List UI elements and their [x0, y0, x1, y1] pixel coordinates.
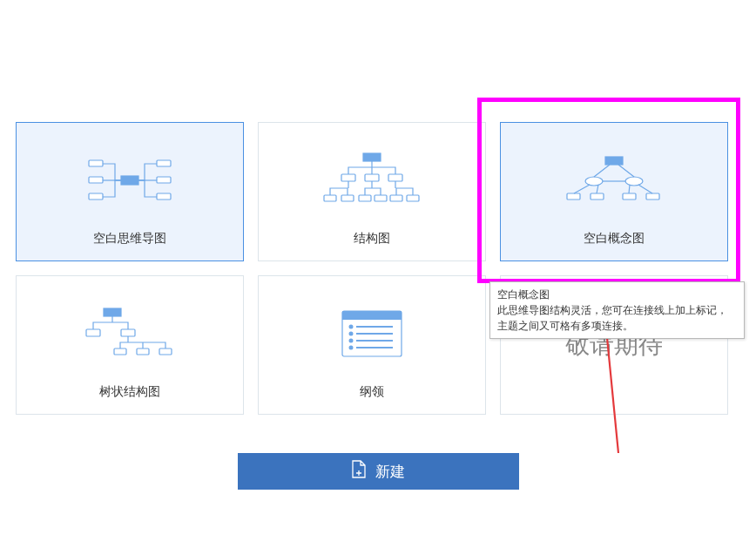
mindmap-icon: [17, 123, 243, 231]
tooltip: 空白概念图 此思维导图结构灵活，您可在连接线上加上标记，主题之间又可格有多项连接…: [489, 281, 745, 339]
card-label: 结构图: [354, 231, 390, 260]
card-label: 空白思维导图: [93, 231, 166, 260]
svg-rect-25: [86, 329, 100, 336]
svg-rect-17: [605, 157, 623, 165]
svg-rect-23: [646, 193, 659, 200]
card-label: 纲领: [360, 384, 384, 414]
svg-rect-4: [157, 160, 171, 166]
concept-icon: [501, 123, 727, 231]
create-button-label: 新建: [375, 462, 405, 482]
svg-rect-9: [365, 174, 379, 181]
svg-point-18: [585, 177, 603, 186]
svg-rect-6: [157, 193, 171, 200]
svg-rect-0: [121, 176, 138, 185]
outline-icon: [259, 276, 485, 384]
svg-rect-20: [567, 193, 580, 200]
structure-icon: [259, 123, 485, 231]
svg-rect-8: [341, 174, 355, 181]
svg-point-34: [350, 332, 353, 335]
svg-rect-2: [89, 177, 103, 183]
svg-rect-7: [363, 153, 381, 161]
template-card-structure[interactable]: 结构图: [258, 122, 486, 261]
svg-rect-27: [114, 348, 126, 355]
svg-rect-12: [341, 195, 354, 201]
tree-icon: [17, 276, 243, 384]
svg-point-32: [350, 325, 353, 328]
template-card-outline[interactable]: 纲领: [258, 275, 486, 415]
svg-rect-11: [324, 195, 336, 201]
svg-rect-24: [104, 308, 121, 316]
svg-rect-14: [375, 195, 387, 201]
tooltip-body: 此思维导图结构灵活，您可在连接线上加上标记，主题之间又可格有多项连接。: [497, 304, 727, 332]
svg-rect-29: [159, 348, 172, 355]
svg-point-19: [625, 177, 643, 186]
svg-rect-31: [342, 311, 402, 320]
card-label: 空白概念图: [584, 231, 645, 260]
svg-rect-16: [407, 195, 419, 201]
svg-rect-22: [623, 193, 636, 200]
svg-rect-3: [89, 193, 103, 200]
tooltip-title: 空白概念图: [497, 287, 737, 302]
svg-rect-26: [121, 329, 135, 336]
svg-rect-10: [388, 174, 402, 181]
svg-point-36: [350, 339, 353, 342]
card-label: 树状结构图: [99, 384, 160, 414]
svg-rect-15: [390, 195, 402, 201]
svg-rect-13: [359, 195, 371, 201]
svg-rect-5: [157, 177, 171, 183]
svg-rect-1: [89, 160, 103, 166]
svg-point-38: [350, 346, 353, 348]
new-file-icon: [351, 460, 367, 483]
svg-rect-28: [137, 348, 149, 355]
create-button[interactable]: 新建: [238, 453, 519, 490]
svg-rect-21: [591, 193, 604, 200]
template-card-mindmap[interactable]: 空白思维导图: [16, 122, 244, 261]
template-card-tree[interactable]: 树状结构图: [16, 275, 244, 415]
template-card-concept[interactable]: 空白概念图: [500, 122, 728, 261]
